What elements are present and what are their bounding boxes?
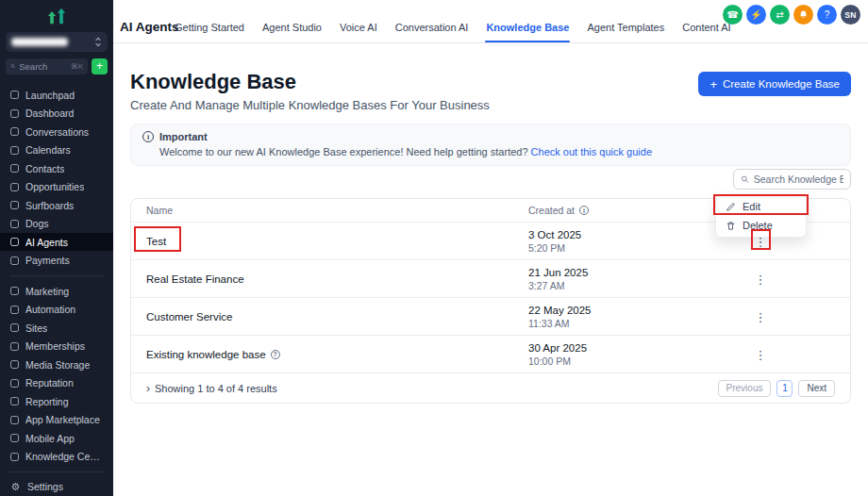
sidebar-search[interactable]: ⌘K (6, 58, 88, 74)
banner-title: Important (159, 131, 208, 142)
created-time: 11:33 AM (528, 318, 671, 329)
next-page-button[interactable]: Next (798, 380, 835, 397)
knowledge-base-search[interactable] (733, 169, 851, 190)
help-button[interactable]: ? (817, 5, 837, 25)
sidebar-item-sites[interactable]: Sites (0, 319, 113, 338)
sidebar-item-label: Mobile App (25, 433, 75, 444)
automation-icon (10, 306, 19, 314)
pencil-icon (726, 202, 736, 212)
context-menu-edit[interactable]: Edit (716, 197, 806, 216)
sidebar-item-label: Launchpad (25, 90, 75, 101)
sidebar-item-ai-agents[interactable]: AI Agents (0, 233, 113, 252)
sidebar-item-surfboards[interactable]: Surfboards (0, 196, 113, 215)
sidebar-search-input[interactable] (19, 61, 66, 72)
user-avatar[interactable]: SN (841, 5, 860, 25)
sidebar-item-reporting[interactable]: Reporting (0, 392, 113, 411)
knowledge-base-search-input[interactable] (754, 174, 843, 185)
tab-getting-started[interactable]: Getting Started (174, 22, 245, 42)
phone-dialer-button[interactable]: ☎ (723, 5, 743, 25)
notifications-button[interactable] (793, 5, 813, 25)
page-number-button[interactable]: 1 (776, 380, 793, 397)
kebab-menu-icon[interactable]: ⋮ (753, 273, 768, 288)
sidebar-item-label: Payments (25, 255, 70, 266)
page-title: Knowledge Base (130, 70, 490, 94)
sidebar-item-label: Reporting (25, 396, 69, 407)
edit-label: Edit (743, 201, 760, 212)
sidebar-item-reputation[interactable]: Reputation (0, 373, 113, 392)
sidebar-item-label: Marketing (25, 286, 69, 297)
page-header-text: Knowledge Base Create And Manage Multipl… (130, 70, 490, 112)
sidebar-item-label: AI Agents (25, 237, 68, 248)
sidebar-item-calendars[interactable]: Calendars (0, 141, 113, 159)
conversations-icon (10, 127, 19, 136)
tab-agent-studio[interactable]: Agent Studio (261, 22, 323, 42)
contacts-icon (10, 164, 19, 173)
dogs-icon (10, 220, 19, 228)
kb-created: 21 Jun 2025 3:27 AM (513, 267, 671, 291)
sidebar-item-marketing[interactable]: Marketing (0, 282, 113, 301)
kebab-menu-icon[interactable]: ⋮ (753, 348, 768, 363)
topbar: AI Agents Getting Started Agent Studio V… (113, 0, 868, 43)
sidebar-item-mobile-app[interactable]: Mobile App (0, 429, 113, 448)
sidebar-item-opportunities[interactable]: Opportunities (0, 177, 113, 196)
sidebar-item-label: Calendars (25, 144, 71, 156)
banner-title-row: i Important (142, 131, 839, 142)
sync-icon: ⇄ (776, 9, 783, 20)
tab-agent-templates[interactable]: Agent Templates (586, 22, 665, 42)
quick-actions-button[interactable]: ⚡ (746, 5, 766, 25)
tab-knowledge-base[interactable]: Knowledge Base (485, 22, 570, 42)
quick-add-button[interactable]: + (92, 58, 108, 74)
column-header-created-at: Created at i (513, 205, 671, 216)
info-icon[interactable]: i (579, 206, 589, 215)
sidebar-item-app-marketplace[interactable]: App Marketplace (0, 410, 113, 429)
table-footer: › Showing 1 to 4 of 4 results Previous 1… (131, 372, 850, 403)
knowledge-center-icon (10, 453, 19, 461)
sidebar-item-knowledge-center[interactable]: Knowledge Center (0, 447, 113, 466)
sidebar-item-media-storage[interactable]: Media Storage (0, 355, 113, 374)
table-row-customer-service[interactable]: Customer Service 22 May 2025 11:33 AM ⋮ (131, 297, 850, 335)
question-icon: ? (825, 9, 830, 20)
help-icon[interactable]: ? (271, 350, 280, 359)
plus-icon: + (709, 78, 717, 91)
bolt-icon: ⚡ (750, 9, 761, 20)
highlevel-logo-icon (45, 7, 68, 25)
chevron-right-icon[interactable]: › (146, 382, 150, 395)
context-menu-delete[interactable]: Delete (716, 216, 806, 235)
sidebar-item-launchpad[interactable]: Launchpad (0, 86, 113, 105)
sidebar-item-dogs[interactable]: Dogs (0, 214, 113, 233)
results-summary-text: Showing 1 to 4 of 4 results (155, 383, 277, 394)
create-knowledge-base-button[interactable]: + Create Knowledge Base (698, 72, 851, 96)
table-row-real-estate-finance[interactable]: Real Estate Finance 21 Jun 2025 3:27 AM … (131, 259, 850, 297)
kebab-menu-icon[interactable]: ⋮ (753, 310, 768, 325)
ai-agents-icon (10, 238, 19, 246)
sidebar-item-label: App Marketplace (25, 414, 100, 425)
sidebar-item-label: Surfboards (25, 200, 74, 211)
tab-content-ai[interactable]: Content AI (681, 22, 731, 42)
tab-conversation-ai[interactable]: Conversation AI (394, 22, 470, 42)
quick-guide-link[interactable]: Check out this quick guide (531, 146, 652, 157)
sidebar-item-memberships[interactable]: Memberships (0, 337, 113, 355)
created-at-label: Created at (528, 205, 575, 216)
search-shortcut-hint: ⌘K (71, 62, 83, 71)
app-marketplace-icon (10, 416, 19, 424)
table-row-existing-knowledge-base[interactable]: Existing knowledge base ? 30 Apr 2025 10… (131, 335, 850, 372)
sidebar-item-contacts[interactable]: Contacts (0, 159, 113, 178)
sidebar-item-label: Reputation (25, 377, 74, 389)
sync-button[interactable]: ⇄ (770, 5, 790, 25)
trash-icon (726, 221, 736, 231)
search-icon (10, 62, 15, 70)
bell-icon (798, 9, 809, 20)
sidebar-item-conversations[interactable]: Conversations (0, 123, 113, 141)
sidebar: ⌘K + Launchpad Dashboard Conversations C… (0, 0, 113, 496)
sidebar-item-settings[interactable]: ⚙ Settings (0, 478, 113, 496)
previous-page-button[interactable]: Previous (718, 380, 772, 397)
sidebar-item-payments[interactable]: Payments (0, 251, 113, 270)
tab-voice-ai[interactable]: Voice AI (339, 22, 378, 42)
sidebar-item-dashboard[interactable]: Dashboard (0, 104, 113, 123)
app-window: ⌘K + Launchpad Dashboard Conversations C… (0, 0, 868, 496)
sidebar-item-automation[interactable]: Automation (0, 300, 113, 319)
column-header-name: Name (131, 205, 513, 216)
payments-icon (10, 256, 19, 265)
account-switcher[interactable] (6, 32, 108, 52)
media-storage-icon (10, 360, 19, 369)
